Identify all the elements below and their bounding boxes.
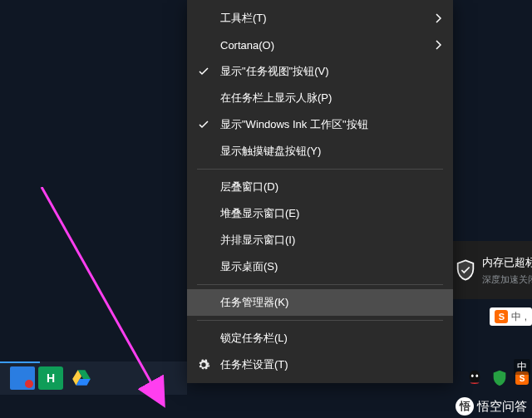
menu-item-label: 显示桌面(S) bbox=[220, 259, 278, 274]
chevron-right-icon bbox=[435, 40, 441, 50]
toast-title: 内存已超标, bbox=[482, 255, 532, 270]
taskbar[interactable]: H bbox=[0, 361, 187, 395]
svg-point-3 bbox=[475, 374, 478, 377]
menu-item-4[interactable]: 显示"Windows Ink 工作区"按钮 bbox=[187, 111, 453, 138]
watermark-mid: 中 bbox=[514, 359, 530, 375]
recorder-app-icon[interactable] bbox=[10, 366, 35, 390]
app-h-icon[interactable]: H bbox=[38, 366, 63, 390]
security-tray-icon[interactable] bbox=[490, 369, 509, 387]
menu-item-7[interactable]: 层叠窗口(D) bbox=[187, 174, 453, 200]
ime-text: 中 , bbox=[511, 310, 527, 324]
menu-item-label: 任务栏设置(T) bbox=[220, 357, 288, 372]
menu-item-label: 堆叠显示窗口(E) bbox=[220, 206, 299, 221]
menu-item-1[interactable]: Cortana(O) bbox=[187, 32, 453, 58]
menu-separator bbox=[197, 320, 443, 321]
menu-item-label: 锁定任务栏(L) bbox=[220, 331, 288, 346]
menu-item-label: 并排显示窗口(I) bbox=[220, 233, 295, 248]
menu-item-label: 层叠窗口(D) bbox=[220, 179, 278, 194]
menu-item-14[interactable]: 锁定任务栏(L) bbox=[187, 325, 453, 352]
menu-item-0[interactable]: 工具栏(T) bbox=[187, 5, 453, 32]
menu-item-5[interactable]: 显示触摸键盘按钮(Y) bbox=[187, 138, 453, 165]
chevron-right-icon bbox=[435, 13, 441, 23]
drive-app-icon[interactable] bbox=[66, 363, 96, 393]
menu-item-label: 工具栏(T) bbox=[220, 11, 267, 26]
check-icon bbox=[199, 66, 209, 76]
menu-item-label: 任务管理器(K) bbox=[220, 295, 288, 310]
menu-item-8[interactable]: 堆叠显示窗口(E) bbox=[187, 200, 453, 227]
taskbar-context-menu: 工具栏(T)Cortana(O)显示"任务视图"按钮(V)在任务栏上显示人脉(P… bbox=[187, 0, 453, 383]
menu-item-3[interactable]: 在任务栏上显示人脉(P) bbox=[187, 85, 453, 111]
cortana-ring-icon[interactable] bbox=[100, 363, 130, 393]
check-icon bbox=[199, 120, 209, 130]
menu-item-label: 显示触摸键盘按钮(Y) bbox=[220, 144, 321, 159]
shield-icon bbox=[454, 258, 477, 282]
sogou-badge-icon: S bbox=[495, 310, 508, 323]
menu-item-label: 显示"Windows Ink 工作区"按钮 bbox=[220, 117, 368, 132]
menu-item-10[interactable]: 显示桌面(S) bbox=[187, 253, 453, 280]
menu-separator bbox=[197, 169, 443, 170]
svg-point-1 bbox=[470, 371, 480, 383]
watermark-logo-icon: 悟 bbox=[456, 397, 474, 416]
menu-item-15[interactable]: 任务栏设置(T) bbox=[187, 352, 453, 378]
watermark-text: 悟空问答 bbox=[477, 399, 527, 415]
svg-point-2 bbox=[471, 374, 474, 377]
menu-item-12[interactable]: 任务管理器(K) bbox=[187, 289, 453, 316]
menu-item-label: 显示"任务视图"按钮(V) bbox=[220, 64, 329, 79]
menu-separator bbox=[197, 284, 443, 285]
menu-item-2[interactable]: 显示"任务视图"按钮(V) bbox=[187, 58, 453, 85]
menu-item-label: Cortana(O) bbox=[220, 39, 274, 52]
gear-icon bbox=[197, 358, 210, 371]
menu-item-9[interactable]: 并排显示窗口(I) bbox=[187, 227, 453, 253]
qq-tray-icon[interactable] bbox=[466, 369, 484, 387]
watermark: 悟 悟空问答 bbox=[456, 395, 527, 418]
toast-subtitle: 深度加速关闭卡慢进程 bbox=[482, 273, 532, 286]
menu-item-label: 在任务栏上显示人脉(P) bbox=[220, 91, 332, 106]
security-toast[interactable]: 内存已超标, 深度加速关闭卡慢进程 bbox=[449, 241, 532, 299]
ime-indicator[interactable]: S 中 , bbox=[490, 307, 532, 326]
